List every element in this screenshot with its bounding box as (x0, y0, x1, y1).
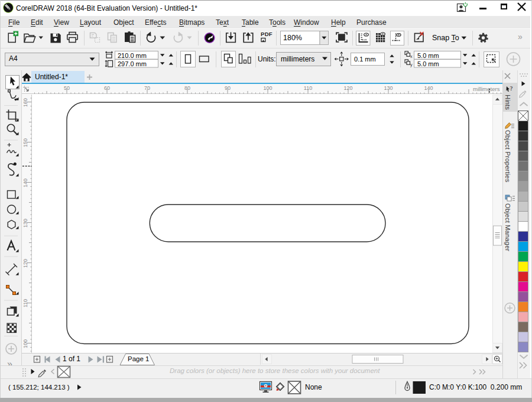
svg-text:?: ? (510, 85, 513, 92)
